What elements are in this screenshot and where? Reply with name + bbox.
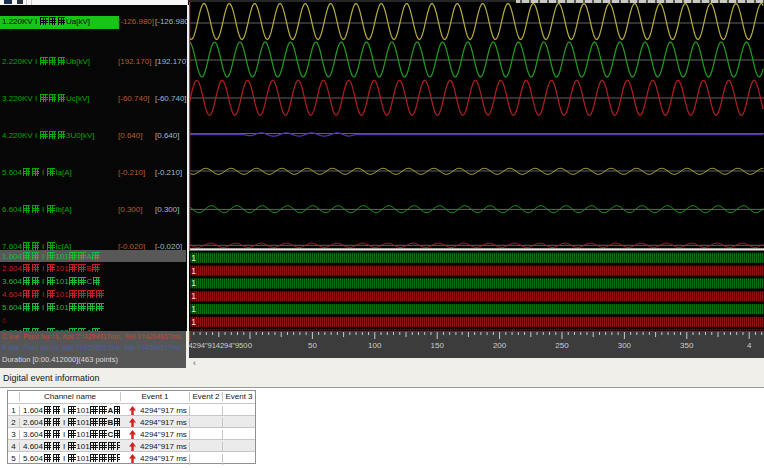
svg-text:200: 200 (493, 341, 507, 350)
svg-text:50: 50 (308, 341, 317, 350)
svg-text:300: 300 (618, 341, 632, 350)
svg-text:1: 1 (191, 266, 196, 276)
svg-text:1: 1 (191, 253, 196, 263)
svg-text:1: 1 (191, 291, 196, 301)
svg-text:100: 100 (368, 341, 382, 350)
svg-text:350: 350 (680, 341, 694, 350)
svg-text:1: 1 (191, 278, 196, 288)
svg-text:1: 1 (191, 317, 196, 327)
svg-text:150: 150 (431, 341, 445, 350)
svg-text:4294"914294"950: 4294"914294"950 (189, 341, 248, 350)
svg-text:4: 4 (747, 341, 752, 350)
svg-text:0: 0 (248, 341, 253, 350)
svg-text:250: 250 (555, 341, 569, 350)
svg-text:1: 1 (191, 304, 196, 314)
